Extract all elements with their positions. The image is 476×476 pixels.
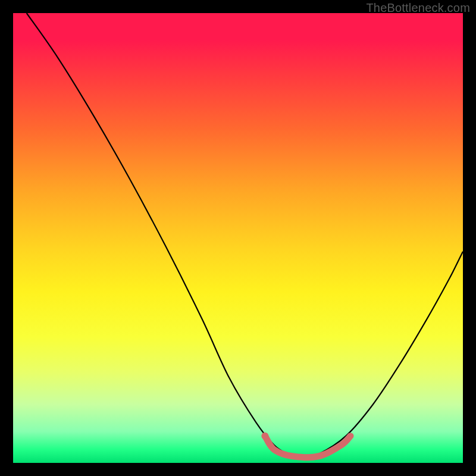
curve-right xyxy=(301,252,463,459)
curve-left xyxy=(27,13,301,458)
optimal-range-marker xyxy=(265,436,350,458)
chart-svg xyxy=(13,13,463,463)
chart-frame: TheBottleneck.com xyxy=(0,0,476,476)
optimal-marker-dot xyxy=(261,433,268,440)
watermark: TheBottleneck.com xyxy=(366,1,470,15)
